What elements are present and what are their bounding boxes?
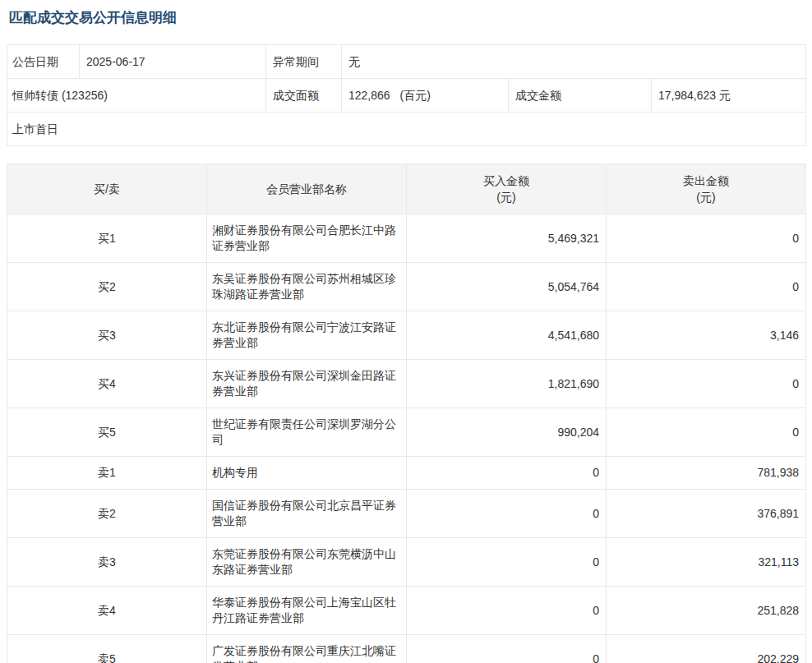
listing-day-note: 上市首日 — [7, 113, 806, 146]
bond-name: 恒帅转债 (123256) — [7, 79, 266, 113]
info-row-date: 公告日期 2025-06-17 异常期间 无 — [7, 45, 806, 79]
face-value-cell: 122,866(百元) — [342, 79, 509, 113]
col-header-sell-amount-unit: (元) — [611, 189, 800, 205]
col-header-buy-amount-unit: (元) — [412, 189, 601, 205]
table-row-sell4: 卖4 华泰证券股份有限公司上海宝山区牡丹江路证券营业部 0 251,828 — [7, 587, 806, 635]
buy-amount-cell: 4,541,680 — [407, 311, 607, 360]
face-value-unit: (百元) — [400, 89, 431, 102]
branch-cell: 东吴证券股份有限公司苏州相城区珍珠湖路证券营业部 — [207, 263, 407, 311]
branch-cell: 华泰证券股份有限公司上海宝山区牡丹江路证券营业部 — [207, 587, 407, 635]
side-cell: 买4 — [7, 360, 207, 408]
branch-cell: 东莞证券股份有限公司东莞横沥中山东路证券营业部 — [207, 538, 407, 587]
side-cell: 买3 — [7, 311, 207, 360]
branch-cell: 广发证券股份有限公司重庆江北嘴证券营业部 — [207, 635, 407, 663]
info-row-bond: 恒帅转债 (123256) 成交面额 122,866(百元) 成交金额 17,9… — [7, 79, 806, 113]
table-row-sell3: 卖3 东莞证券股份有限公司东莞横沥中山东路证券营业部 0 321,113 — [7, 538, 806, 587]
side-cell: 买1 — [7, 214, 207, 263]
sell-amount-cell: 376,891 — [607, 490, 806, 538]
table-row-buy5: 买5 世纪证券有限责任公司深圳罗湖分公司 990,204 0 — [7, 408, 806, 457]
buy-amount-cell: 5,469,321 — [407, 214, 607, 263]
sell-amount-cell: 0 — [607, 408, 806, 457]
col-header-branch: 会员营业部名称 — [207, 164, 407, 214]
buy-amount-cell: 5,054,764 — [407, 263, 607, 311]
summary-info-table: 公告日期 2025-06-17 异常期间 无 恒帅转债 (123256) 成交面… — [7, 44, 806, 146]
branch-cell: 东兴证券股份有限公司深圳金田路证券营业部 — [207, 360, 407, 408]
abnormal-period-label: 异常期间 — [266, 45, 342, 79]
side-cell: 卖4 — [7, 587, 207, 635]
col-header-buy-amount: 买入金额 (元) — [407, 164, 607, 214]
sell-amount-cell: 321,113 — [607, 538, 806, 587]
col-header-buy-amount-line1: 买入金额 — [412, 173, 601, 189]
table-row-buy1: 买1 湘财证券股份有限公司合肥长江中路证券营业部 5,469,321 0 — [7, 214, 806, 263]
col-header-side: 买/卖 — [7, 164, 207, 214]
table-row-buy4: 买4 东兴证券股份有限公司深圳金田路证券营业部 1,821,690 0 — [7, 360, 806, 408]
amount-label: 成交金额 — [509, 79, 652, 113]
sell-amount-cell: 0 — [607, 263, 806, 311]
branch-cell: 国信证券股份有限公司北京昌平证券营业部 — [207, 490, 407, 538]
disclosure-page: 匹配成交交易公开信息明细 公告日期 2025-06-17 异常期间 无 恒帅转债… — [0, 0, 812, 663]
table-row-buy3: 买3 东北证券股份有限公司宁波江安路证券营业部 4,541,680 3,146 — [7, 311, 806, 360]
face-value: 122,866 — [348, 89, 390, 102]
side-cell: 卖1 — [7, 457, 207, 490]
sell-amount-cell: 0 — [607, 360, 806, 408]
side-cell: 买2 — [7, 263, 207, 311]
buy-amount-cell: 0 — [407, 490, 607, 538]
buy-amount-cell: 0 — [407, 635, 607, 663]
sell-amount-cell: 3,146 — [607, 311, 806, 360]
buy-amount-cell: 1,821,690 — [407, 360, 607, 408]
table-header-row: 买/卖 会员营业部名称 买入金额 (元) 卖出金额 (元) — [7, 164, 806, 214]
amount-unit: 元 — [719, 89, 731, 102]
side-cell: 卖3 — [7, 538, 207, 587]
info-row-note: 上市首日 — [7, 113, 806, 146]
col-header-sell-amount-line1: 卖出金额 — [611, 173, 800, 189]
buy-amount-cell: 0 — [407, 538, 607, 587]
sell-amount-cell: 202,229 — [607, 635, 806, 663]
abnormal-period-value: 无 — [342, 45, 806, 79]
sell-amount-cell: 0 — [607, 214, 806, 263]
branch-cell: 东北证券股份有限公司宁波江安路证券营业部 — [207, 311, 407, 360]
announce-date-label: 公告日期 — [7, 45, 80, 79]
branch-cell: 湘财证券股份有限公司合肥长江中路证券营业部 — [207, 214, 407, 263]
side-cell: 买5 — [7, 408, 207, 457]
buy-amount-cell: 990,204 — [407, 408, 607, 457]
buy-amount-cell: 0 — [407, 457, 607, 490]
table-row-sell2: 卖2 国信证券股份有限公司北京昌平证券营业部 0 376,891 — [7, 490, 806, 538]
matched-trades-table: 买/卖 会员营业部名称 买入金额 (元) 卖出金额 (元) 买1 湘财证券股份有… — [7, 163, 806, 663]
announce-date-value: 2025-06-17 — [80, 45, 266, 79]
side-cell: 卖2 — [7, 490, 207, 538]
amount-value: 17,984,623 — [658, 89, 716, 102]
table-row-sell5: 卖5 广发证券股份有限公司重庆江北嘴证券营业部 0 202,229 — [7, 635, 806, 663]
branch-cell: 世纪证券有限责任公司深圳罗湖分公司 — [207, 408, 407, 457]
col-header-sell-amount: 卖出金额 (元) — [607, 164, 806, 214]
face-value-label: 成交面额 — [266, 79, 342, 113]
table-row-buy2: 买2 东吴证券股份有限公司苏州相城区珍珠湖路证券营业部 5,054,764 0 — [7, 263, 806, 311]
sell-amount-cell: 781,938 — [607, 457, 806, 490]
branch-cell: 机构专用 — [207, 457, 407, 490]
amount-cell: 17,984,623元 — [652, 79, 806, 113]
sell-amount-cell: 251,828 — [607, 587, 806, 635]
side-cell: 卖5 — [7, 635, 207, 663]
buy-amount-cell: 0 — [407, 587, 607, 635]
table-row-sell1: 卖1 机构专用 0 781,938 — [7, 457, 806, 490]
page-title: 匹配成交交易公开信息明细 — [9, 10, 806, 26]
